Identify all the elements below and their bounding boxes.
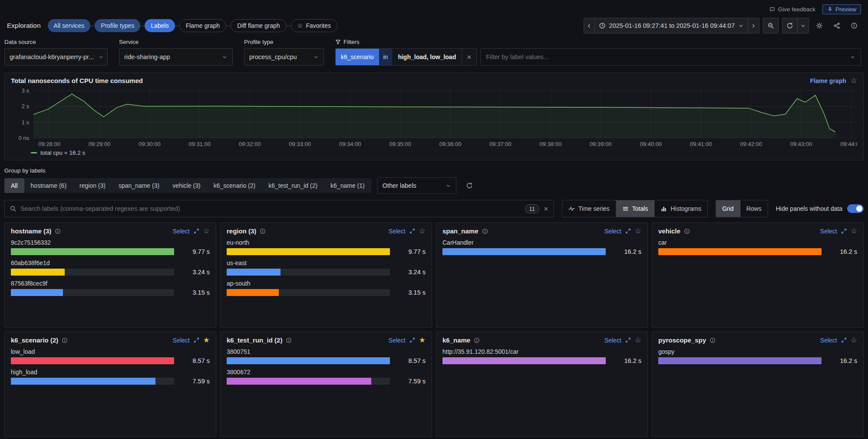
settings-button[interactable]: [812, 18, 826, 33]
star-icon[interactable]: ☆: [419, 227, 426, 235]
time-range-picker[interactable]: 2025-01-16 09:27:41 to 2025-01-16 09:44:…: [595, 18, 748, 33]
results-count-badge: 11: [525, 204, 540, 213]
bar-line: 16.2 s: [658, 248, 857, 255]
expand-icon[interactable]: [841, 337, 847, 343]
select-action[interactable]: Select: [820, 228, 837, 235]
expand-icon[interactable]: [409, 228, 416, 234]
filter-chip-key[interactable]: k6_scenario: [336, 49, 379, 65]
panel-title: k6_scenario (2): [11, 336, 58, 344]
nav-tab-favorites[interactable]: ☆Favorites: [291, 19, 337, 32]
filter-chip-operator[interactable]: in: [379, 49, 393, 65]
layout-mode-grid[interactable]: Grid: [716, 200, 740, 217]
groupby-tab-k6-scenario-2[interactable]: k6_scenario (2): [207, 178, 262, 193]
panel-body: car16.2 s: [658, 239, 857, 255]
close-icon: [466, 54, 472, 60]
nav-tab-diff-flame-graph[interactable]: Diff flame graph: [231, 19, 287, 32]
comment-icon: [769, 7, 775, 12]
service-select[interactable]: ride-sharing-app: [119, 48, 233, 66]
bar-value: 16.2 s: [611, 248, 641, 255]
expand-icon[interactable]: [409, 337, 416, 343]
time-shift-back-button[interactable]: [584, 18, 595, 33]
star-icon[interactable]: ☆: [851, 227, 857, 235]
select-action[interactable]: Select: [604, 228, 621, 235]
filter-chip-values[interactable]: high_load, low_load: [392, 49, 462, 65]
layout-mode-rows[interactable]: Rows: [740, 200, 768, 217]
star-icon[interactable]: ☆: [203, 227, 210, 235]
bar-row: high_load7.59 s: [11, 369, 210, 385]
groupby-tab-k6-name-1[interactable]: k6_name (1): [324, 178, 371, 193]
x-axis-label: 09:29:00: [89, 141, 111, 147]
bar-row: eu-north9.77 s: [227, 239, 426, 255]
groupby-tab-k6-test-run-id-2[interactable]: k6_test_run_id (2): [262, 178, 324, 193]
layout-mode-label: Grid: [722, 205, 733, 212]
clear-search-button[interactable]: [543, 206, 549, 212]
select-action[interactable]: Select: [604, 337, 621, 344]
expand-icon[interactable]: [193, 337, 200, 343]
time-series-plot[interactable]: [33, 86, 857, 138]
expand-icon[interactable]: [625, 337, 631, 343]
bar-fill: [442, 357, 606, 364]
star-icon[interactable]: ★: [203, 336, 210, 344]
refresh-labels-button[interactable]: [462, 178, 476, 193]
select-action[interactable]: Select: [389, 337, 406, 344]
refresh-interval-button[interactable]: [798, 18, 809, 33]
expand-icon[interactable]: [841, 228, 847, 234]
profile-type-select[interactable]: process_cpu/cpu: [244, 48, 324, 66]
view-mode-label: Time series: [578, 205, 610, 212]
bar-value: 16.2 s: [827, 357, 857, 364]
star-icon[interactable]: ☆: [851, 336, 857, 344]
bar-line: 7.59 s: [11, 378, 210, 385]
star-icon[interactable]: ★: [419, 336, 426, 344]
nav-tab-label: Profile types: [101, 22, 134, 29]
star-icon[interactable]: ☆: [635, 336, 641, 344]
x-axis-label: 09:35:00: [389, 141, 411, 147]
bar-row: 38006727.59 s: [227, 369, 426, 385]
star-icon[interactable]: ☆: [851, 77, 857, 84]
bar-line: 3.24 s: [227, 269, 426, 276]
select-action[interactable]: Select: [173, 337, 190, 344]
bar-value: 9.77 s: [395, 248, 426, 255]
time-shift-forward-button[interactable]: [748, 18, 759, 33]
data-source-value: grafanacloud-k6ryanperry-pr...: [10, 53, 94, 60]
bar-row: low_load8.57 s: [11, 348, 210, 364]
other-labels-select[interactable]: Other labels: [377, 177, 456, 194]
groupby-tab-region-3[interactable]: region (3): [73, 178, 112, 193]
info-icon: [482, 228, 488, 234]
hide-panels-switch[interactable]: [847, 204, 864, 213]
star-icon[interactable]: ☆: [635, 227, 641, 235]
groupby-tab-vehicle-3[interactable]: vehicle (3): [166, 178, 207, 193]
bar-line: 7.59 s: [227, 378, 426, 385]
view-mode-time-series[interactable]: Time series: [562, 200, 616, 217]
explore-profiles-app: Give feedback Preview Exploration All se…: [0, 0, 868, 439]
select-action[interactable]: Select: [173, 228, 190, 235]
search-labels-input[interactable]: [20, 205, 521, 212]
view-mode-histograms[interactable]: Histograms: [654, 200, 707, 217]
panel-header: hostname (3)Select☆: [11, 227, 210, 235]
give-feedback-button[interactable]: Give feedback: [769, 6, 815, 13]
bar-row: http://35.91.120.82:5001/car16.2 s: [442, 348, 641, 364]
group-by-tabs: Allhostname (6)region (3)span_name (3)ve…: [4, 178, 371, 193]
flame-graph-link[interactable]: Flame graph: [810, 77, 846, 84]
label-values-filter-input[interactable]: [486, 53, 846, 60]
data-source-select[interactable]: grafanacloud-k6ryanperry-pr...: [4, 48, 108, 66]
select-action[interactable]: Select: [820, 337, 837, 344]
view-mode-totals[interactable]: Totals: [616, 200, 655, 217]
expand-icon[interactable]: [193, 228, 200, 234]
nav-tab-flame-graph[interactable]: Flame graph: [179, 19, 227, 32]
zoom-out-button[interactable]: [763, 18, 779, 33]
nav-tab-profile-types[interactable]: Profile types: [95, 19, 140, 32]
select-action[interactable]: Select: [389, 228, 406, 235]
filter-chip-remove-button[interactable]: [462, 49, 476, 65]
panel-body: low_load8.57 shigh_load7.59 s: [11, 348, 210, 385]
groupby-tab-all[interactable]: All: [4, 178, 24, 193]
share-button[interactable]: [830, 18, 844, 33]
chart-legend[interactable]: total cpu = 16.2 s: [11, 148, 857, 157]
info-button[interactable]: [847, 18, 861, 33]
expand-icon[interactable]: [625, 228, 631, 234]
groupby-tab-span-name-3[interactable]: span_name (3): [112, 178, 166, 193]
groupby-tab-hostname-6[interactable]: hostname (6): [24, 178, 73, 193]
nav-tab-all-services[interactable]: All services: [48, 19, 91, 32]
refresh-button[interactable]: [782, 18, 798, 33]
nav-tab-labels[interactable]: Labels: [145, 19, 175, 32]
y-axis-label: 2 s: [22, 103, 29, 110]
